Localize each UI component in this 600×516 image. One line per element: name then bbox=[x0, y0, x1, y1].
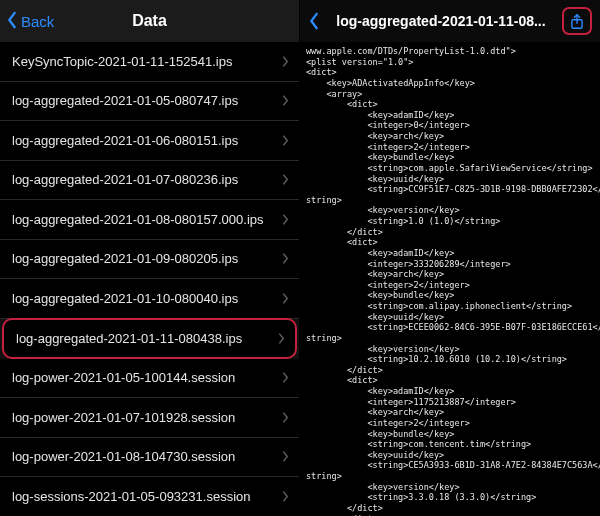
chevron-right-icon bbox=[282, 56, 289, 67]
file-row-label: log-power-2021-01-08-104730.session bbox=[12, 449, 276, 464]
chevron-right-icon bbox=[282, 293, 289, 304]
file-row[interactable]: log-power-2021-01-05-100144.session bbox=[0, 359, 299, 399]
share-icon bbox=[570, 13, 584, 30]
file-row[interactable]: log-aggregated-2021-01-06-080151.ips bbox=[0, 121, 299, 161]
file-row-label: log-aggregated-2021-01-07-080236.ips bbox=[12, 172, 276, 187]
file-row-label: log-power-2021-01-05-100144.session bbox=[12, 370, 276, 385]
file-row-label: log-aggregated-2021-01-08-080157.000.ips bbox=[12, 212, 276, 227]
chevron-right-icon bbox=[282, 372, 289, 383]
file-row[interactable]: log-aggregated-2021-01-05-080747.ips bbox=[0, 82, 299, 122]
chevron-right-icon bbox=[282, 135, 289, 146]
file-row-label: log-aggregated-2021-01-09-080205.ips bbox=[12, 251, 276, 266]
file-row-label: log-aggregated-2021-01-05-080747.ips bbox=[12, 93, 276, 108]
chevron-right-icon bbox=[282, 412, 289, 423]
back-button[interactable]: Back bbox=[6, 0, 54, 42]
file-row[interactable]: log-aggregated-2021-01-09-080205.ips bbox=[0, 240, 299, 280]
file-list: KeySyncTopic-2021-01-11-152541.ipslog-ag… bbox=[0, 42, 299, 516]
chevron-left-icon bbox=[308, 12, 320, 30]
chevron-right-icon bbox=[282, 491, 289, 502]
file-row[interactable]: log-power-2021-01-08-104730.session bbox=[0, 438, 299, 478]
chevron-right-icon bbox=[278, 333, 285, 344]
chevron-right-icon bbox=[282, 451, 289, 462]
file-row[interactable]: log-sessions-2021-01-05-093231.session bbox=[0, 477, 299, 516]
file-row[interactable]: log-aggregated-2021-01-11-080438.ips bbox=[2, 318, 297, 359]
file-row-label: log-aggregated-2021-01-11-080438.ips bbox=[16, 331, 272, 346]
file-row[interactable]: log-aggregated-2021-01-10-080040.ips bbox=[0, 279, 299, 319]
share-button[interactable] bbox=[562, 7, 592, 35]
file-row-label: log-power-2021-01-07-101928.session bbox=[12, 410, 276, 425]
file-content: www.apple.com/DTDs/PropertyList-1.0.dtd"… bbox=[300, 42, 600, 516]
file-list-pane: Back Data KeySyncTopic-2021-01-11-152541… bbox=[0, 0, 300, 516]
filename-title: log-aggregated-2021-01-11-08... bbox=[324, 13, 558, 29]
back-button-right[interactable] bbox=[308, 12, 320, 30]
file-row-label: KeySyncTopic-2021-01-11-152541.ips bbox=[12, 54, 276, 69]
chevron-left-icon bbox=[6, 11, 21, 32]
file-row[interactable]: log-power-2021-01-07-101928.session bbox=[0, 398, 299, 438]
right-navbar: log-aggregated-2021-01-11-08... bbox=[300, 0, 600, 42]
chevron-right-icon bbox=[282, 214, 289, 225]
page-title: Data bbox=[132, 12, 167, 30]
chevron-right-icon bbox=[282, 174, 289, 185]
file-row-label: log-sessions-2021-01-05-093231.session bbox=[12, 489, 276, 504]
file-row-label: log-aggregated-2021-01-10-080040.ips bbox=[12, 291, 276, 306]
file-content-pane: log-aggregated-2021-01-11-08... www.appl… bbox=[300, 0, 600, 516]
file-row[interactable]: log-aggregated-2021-01-07-080236.ips bbox=[0, 161, 299, 201]
chevron-right-icon bbox=[282, 95, 289, 106]
file-row-label: log-aggregated-2021-01-06-080151.ips bbox=[12, 133, 276, 148]
chevron-right-icon bbox=[282, 253, 289, 264]
left-navbar: Back Data bbox=[0, 0, 299, 42]
file-row[interactable]: KeySyncTopic-2021-01-11-152541.ips bbox=[0, 42, 299, 82]
back-label: Back bbox=[21, 13, 54, 30]
file-row[interactable]: log-aggregated-2021-01-08-080157.000.ips bbox=[0, 200, 299, 240]
